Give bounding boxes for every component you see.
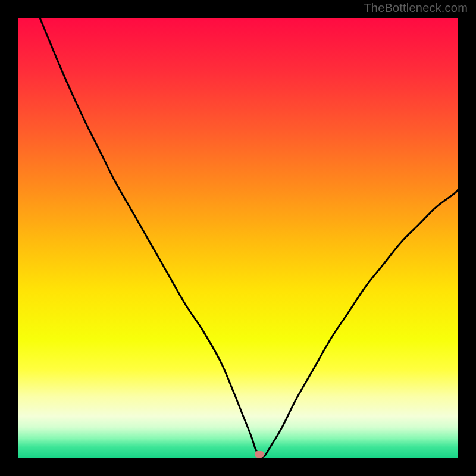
watermark-text: TheBottleneck.com: [364, 1, 468, 15]
chart-plot: [18, 18, 458, 458]
gradient-background: [18, 18, 458, 458]
min-point-marker: [255, 451, 264, 458]
chart-frame: TheBottleneck.com: [0, 0, 476, 476]
